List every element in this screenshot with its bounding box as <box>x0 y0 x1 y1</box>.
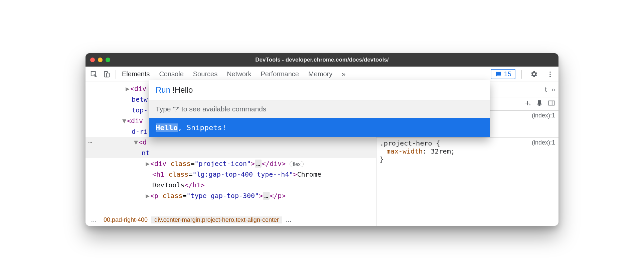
css-property[interactable]: max-width <box>386 147 423 155</box>
window-title: DevTools - developer.chrome.com/docs/dev… <box>86 57 558 63</box>
titlebar: DevTools - developer.chrome.com/docs/dev… <box>86 53 558 67</box>
result-text: , Snippets! <box>178 123 226 132</box>
tab-more[interactable]: » <box>342 70 345 78</box>
tab-sources[interactable]: Sources <box>193 70 217 78</box>
css-value[interactable]: 32rem <box>431 147 451 155</box>
toolbar-right: 15 <box>491 69 556 80</box>
devtools-window: DevTools - developer.chrome.com/docs/dev… <box>86 53 558 226</box>
breadcrumb-item-selected[interactable]: div.center-margin.project-hero.text-alig… <box>151 216 282 223</box>
command-input-row[interactable]: Run !Hello <box>149 80 490 100</box>
messages-button[interactable]: 15 <box>491 69 515 79</box>
command-hint: Type '?' to see available commands <box>149 100 490 118</box>
breadcrumb-item[interactable]: 00.pad-right-400 <box>100 216 151 223</box>
paint-brush-icon[interactable] <box>536 99 543 108</box>
separator <box>521 70 522 79</box>
flex-badge[interactable]: flex <box>290 161 303 167</box>
new-style-rule-icon[interactable] <box>524 99 531 108</box>
breadcrumb-bar[interactable]: … 00.pad-right-400 div.center-margin.pro… <box>86 214 376 226</box>
subtab-more[interactable]: » <box>551 86 555 93</box>
rule-close: } <box>380 155 384 163</box>
expand-caret[interactable]: ▼ <box>122 115 127 126</box>
message-count: 15 <box>504 70 511 78</box>
breadcrumb-more-left[interactable]: … <box>88 216 100 223</box>
source-link[interactable]: (index):1 <box>532 112 555 119</box>
window-controls <box>90 58 110 62</box>
match-highlight: Hello <box>156 123 178 132</box>
settings-icon[interactable] <box>528 69 540 80</box>
more-options-icon[interactable] <box>544 69 556 80</box>
text-cursor <box>195 86 195 94</box>
svg-rect-6 <box>549 101 554 105</box>
dom-node[interactable]: ▶<p class="type gap-top-300">…</p> <box>86 190 376 201</box>
dom-node[interactable]: <div <box>130 85 146 93</box>
separator <box>116 70 116 79</box>
dom-fragment: nt <box>142 149 150 157</box>
selected-dom-node[interactable]: ⋯ ▼<d <box>86 137 376 148</box>
maximize-window-button[interactable] <box>106 58 110 62</box>
dom-fragment: d-ri <box>132 127 148 135</box>
close-window-button[interactable] <box>90 58 95 62</box>
inspect-element-icon[interactable] <box>88 69 100 80</box>
svg-point-5 <box>549 76 551 77</box>
tab-performance[interactable]: Performance <box>261 70 299 78</box>
command-input-text[interactable]: !Hello <box>172 85 193 95</box>
tab-elements[interactable]: Elements <box>122 70 150 78</box>
toggle-pane-icon[interactable] <box>548 99 555 108</box>
command-result-selected[interactable]: Hello, Snippets! <box>149 118 490 137</box>
dom-fragment: betw <box>132 95 148 103</box>
context-dots-icon[interactable]: ⋯ <box>88 137 92 148</box>
panel-tabs: Elements Console Sources Network Perform… <box>119 70 491 78</box>
dom-fragment: top- <box>132 106 148 114</box>
minimize-window-button[interactable] <box>98 58 103 62</box>
tab-memory[interactable]: Memory <box>308 70 332 78</box>
dom-node[interactable]: <h1 class="lg:gap-top-400 type--h4">Chro… <box>86 169 376 180</box>
svg-point-4 <box>549 74 551 75</box>
breadcrumb-more-right[interactable]: … <box>282 216 295 223</box>
svg-point-3 <box>549 71 551 73</box>
source-link[interactable]: (index):1 <box>532 139 555 146</box>
dom-node[interactable]: ▶<div class="project-icon">…</div> flex <box>86 158 376 169</box>
rule-separator <box>376 137 558 138</box>
tab-console[interactable]: Console <box>159 70 183 78</box>
subtab-fragment[interactable]: t <box>545 86 547 93</box>
command-palette[interactable]: Run !Hello Type '?' to see available com… <box>149 80 490 137</box>
css-selector[interactable]: .project-hero { <box>380 139 440 147</box>
svg-rect-2 <box>107 73 109 77</box>
run-prefix: Run <box>156 85 170 95</box>
tab-network[interactable]: Network <box>227 70 251 78</box>
device-toggle-icon[interactable] <box>101 69 112 80</box>
dom-node[interactable]: <div <box>127 117 143 125</box>
